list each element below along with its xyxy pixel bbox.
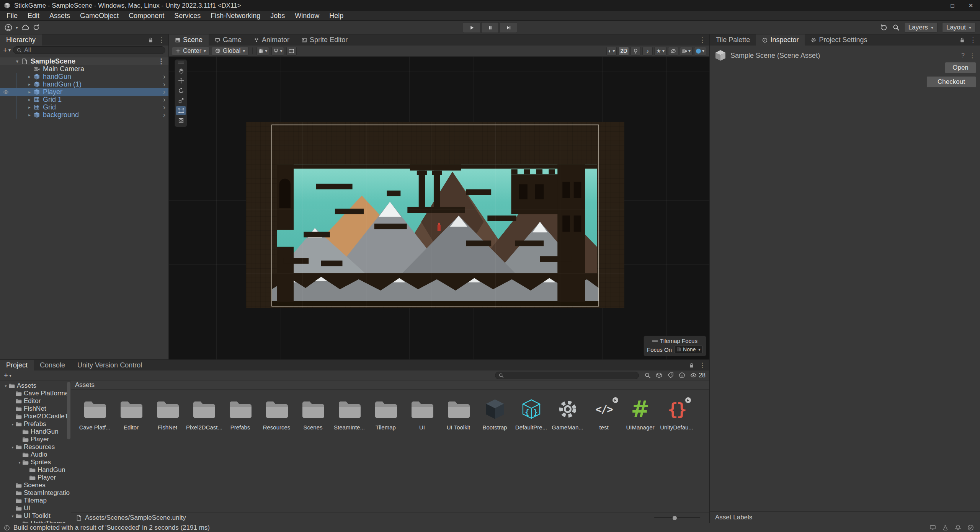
overlay-drag-handle[interactable] bbox=[178, 62, 184, 64]
tree-item-audio[interactable]: Audio bbox=[0, 451, 71, 459]
expander-icon[interactable]: ▾ bbox=[10, 445, 15, 449]
tab-animator[interactable]: Animator bbox=[248, 34, 296, 46]
camera-settings-dropdown[interactable]: ▾ bbox=[680, 47, 693, 55]
tab-scene[interactable]: Scene bbox=[169, 34, 209, 46]
cloud-services-icon[interactable] bbox=[21, 24, 29, 31]
hierarchy-item-handgun[interactable]: ▸ handGun › bbox=[0, 73, 168, 80]
panel-menu-icon[interactable]: ⋮ bbox=[699, 36, 706, 44]
expander-icon[interactable]: ▾ bbox=[3, 384, 8, 388]
open-prefab-icon[interactable]: › bbox=[163, 103, 165, 111]
tool-handle-rotation-dropdown[interactable]: Global▾ bbox=[212, 47, 248, 55]
open-prefab-icon[interactable]: › bbox=[163, 96, 165, 104]
panel-menu-icon[interactable]: ⋮ bbox=[970, 36, 976, 44]
scene-visibility-toggle[interactable] bbox=[668, 47, 678, 55]
create-asset-button[interactable]: +▾ bbox=[4, 371, 11, 380]
build-status-message[interactable]: Build completed with a result of 'Succee… bbox=[13, 524, 210, 532]
transform-tool-button[interactable] bbox=[176, 116, 186, 125]
draw-mode-dropdown[interactable]: ◐▾ bbox=[606, 47, 617, 55]
asset-item-folder[interactable]: UI bbox=[404, 395, 440, 431]
tree-item-ui-toolkit[interactable]: ▾UI Toolkit bbox=[0, 512, 71, 520]
asset-item-uimanager[interactable]: #UIManager bbox=[622, 395, 658, 431]
tree-item-ui[interactable]: UI bbox=[0, 504, 71, 512]
open-prefab-icon[interactable]: › bbox=[163, 80, 165, 88]
tree-item-pixel2dcastle[interactable]: Pixel2DCastleT bbox=[0, 413, 71, 420]
tab-tile-palette[interactable]: Tile Palette bbox=[710, 34, 756, 46]
open-asset-badge[interactable] bbox=[612, 397, 619, 403]
asset-item-unitydefault[interactable]: {}UnityDefau... bbox=[658, 395, 695, 431]
asset-item-defaultprefabobjects[interactable]: { }DefaultPre... bbox=[513, 395, 549, 431]
maximize-button[interactable]: □ bbox=[943, 0, 962, 11]
asset-item-folder[interactable]: Tilemap bbox=[368, 395, 404, 431]
tree-item-prefabs[interactable]: ▾Prefabs bbox=[0, 420, 71, 428]
tree-item-resources[interactable]: ▾Resources bbox=[0, 443, 71, 451]
move-tool-button[interactable] bbox=[176, 76, 186, 85]
tree-item-handgun[interactable]: HandGun bbox=[0, 428, 71, 436]
gizmos-dropdown[interactable]: ▾ bbox=[694, 47, 706, 55]
expander-icon[interactable]: ▸ bbox=[26, 105, 33, 110]
tool-handle-pivot-dropdown[interactable]: Center▾ bbox=[172, 47, 209, 55]
rotate-tool-button[interactable] bbox=[176, 86, 186, 95]
tree-item-player[interactable]: Player bbox=[0, 436, 71, 443]
expander-icon[interactable]: ▾ bbox=[14, 59, 21, 64]
play-button[interactable] bbox=[463, 22, 480, 33]
search-by-label-icon[interactable] bbox=[667, 372, 674, 379]
snap-increment-dropdown[interactable]: ▾ bbox=[271, 47, 284, 55]
hierarchy-item-grid-1[interactable]: ▸ Grid 1 › bbox=[0, 96, 168, 103]
cast-screen-icon[interactable] bbox=[929, 524, 936, 531]
asset-item-folder[interactable]: SteamInte... bbox=[331, 395, 368, 431]
help-icon[interactable]: ? bbox=[961, 52, 965, 59]
asset-item-folder[interactable]: UI Toolkit bbox=[440, 395, 477, 431]
open-prefab-icon[interactable]: › bbox=[163, 88, 165, 96]
menu-gameobject[interactable]: GameObject bbox=[75, 12, 124, 20]
2d-toggle[interactable]: 2D bbox=[618, 47, 629, 55]
tab-console[interactable]: Console bbox=[34, 360, 71, 371]
asset-item-folder[interactable]: Prefabs bbox=[222, 395, 258, 431]
minimize-button[interactable]: ─ bbox=[925, 0, 943, 11]
notifications-bell-icon[interactable] bbox=[955, 524, 961, 531]
search-by-type-icon[interactable] bbox=[644, 372, 651, 379]
hierarchy-item-main-camera[interactable]: Main Camera bbox=[0, 65, 168, 73]
open-prefab-icon[interactable]: › bbox=[163, 111, 165, 119]
asset-labels-section[interactable]: Asset Labels bbox=[710, 511, 980, 523]
asset-item-folder[interactable]: Pixel2DCast... bbox=[186, 395, 222, 431]
close-button[interactable]: × bbox=[962, 0, 980, 11]
slider-thumb[interactable] bbox=[673, 516, 677, 520]
expander-icon[interactable]: ▸ bbox=[26, 97, 33, 102]
asset-item-gamemanager[interactable]: GameMan... bbox=[549, 395, 586, 431]
open-asset-badge[interactable] bbox=[685, 397, 691, 403]
tab-sprite-editor[interactable]: Sprite Editor bbox=[296, 34, 354, 46]
layout-dropdown[interactable]: Layout▾ bbox=[942, 22, 975, 33]
grid-visibility-dropdown[interactable]: ▾ bbox=[256, 47, 269, 55]
menu-file[interactable]: File bbox=[2, 12, 23, 20]
tree-scrollbar[interactable] bbox=[67, 382, 70, 439]
tree-item-sprites[interactable]: ▾Sprites bbox=[0, 459, 71, 466]
panel-menu-icon[interactable]: ⋮ bbox=[699, 361, 706, 369]
menu-fish-networking[interactable]: Fish-Networking bbox=[206, 12, 265, 20]
tree-item-sprites-player[interactable]: Player bbox=[0, 474, 71, 481]
tree-item-tilemap[interactable]: Tilemap bbox=[0, 497, 71, 504]
tab-project-settings[interactable]: Project Settings bbox=[805, 34, 873, 46]
version-control-sync-icon[interactable] bbox=[33, 24, 40, 31]
menu-window[interactable]: Window bbox=[290, 12, 324, 20]
test-runner-icon[interactable] bbox=[942, 524, 949, 531]
hierarchy-search-input[interactable] bbox=[24, 47, 162, 54]
package-icon[interactable] bbox=[656, 372, 662, 379]
asset-item-folder[interactable]: FishNet bbox=[149, 395, 186, 431]
tab-hierarchy[interactable]: Hierarchy bbox=[0, 34, 42, 46]
tree-item-unitytheme[interactable]: UnityTheme bbox=[0, 520, 71, 523]
audio-toggle[interactable]: ♪ bbox=[642, 47, 653, 55]
menu-jobs[interactable]: Jobs bbox=[265, 12, 290, 20]
hidden-packages-count[interactable]: 28 bbox=[690, 372, 706, 379]
account-icon[interactable] bbox=[5, 24, 12, 31]
rect-tool-button[interactable] bbox=[176, 106, 186, 115]
expander-icon[interactable]: ▾ bbox=[17, 460, 22, 465]
effects-dropdown[interactable]: ★▾ bbox=[654, 47, 666, 55]
expander-icon[interactable]: ▸ bbox=[26, 74, 33, 79]
open-prefab-icon[interactable]: › bbox=[163, 73, 165, 81]
hierarchy-item-player[interactable]: ▸ Player › bbox=[0, 88, 168, 96]
tree-item-scenes[interactable]: Scenes bbox=[0, 481, 71, 489]
hierarchy-item-background[interactable]: ▸ background › bbox=[0, 111, 168, 119]
tab-project[interactable]: Project bbox=[0, 360, 34, 371]
cloud-status-check-icon[interactable] bbox=[967, 524, 974, 531]
pause-button[interactable] bbox=[481, 22, 499, 33]
